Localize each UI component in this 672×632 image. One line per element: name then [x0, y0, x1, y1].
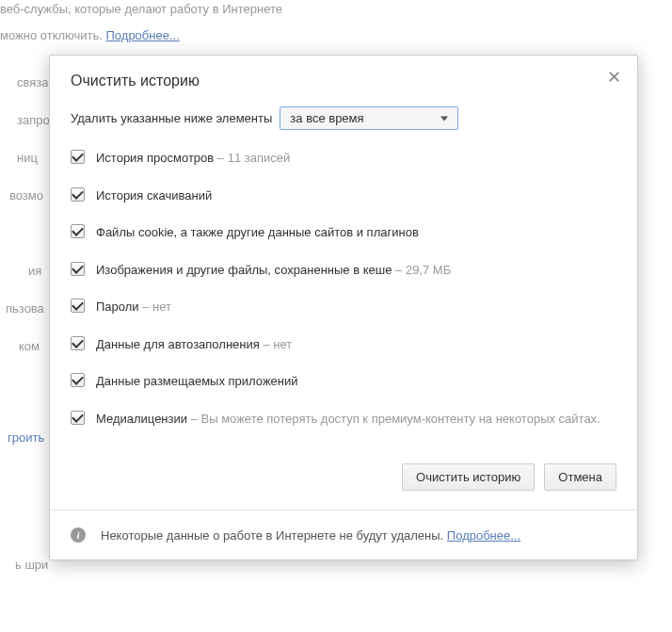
- option-label: История скачиваний: [96, 188, 212, 203]
- footer-text-content: Некоторые данные о работе в Интернете не…: [101, 528, 447, 543]
- checkbox-autofill[interactable]: [71, 336, 85, 350]
- time-range-row: Удалить указанные ниже элементы за все в…: [71, 106, 616, 130]
- checkbox-download-history[interactable]: [71, 187, 85, 202]
- option-browsing-history: История просмотров11 записей: [71, 149, 616, 168]
- option-label: Пароли: [96, 300, 139, 314]
- bg-frag-6: пьзова: [6, 300, 44, 319]
- bg-frag-2: запро: [17, 111, 50, 131]
- cancel-button[interactable]: Отмена: [544, 463, 616, 491]
- option-cached-images: Изображения и другие файлы, сохраненные …: [71, 261, 616, 280]
- bg-frag-3: ниц: [17, 149, 38, 169]
- bg-line-1: веб-службы, которые делают работу в Инте…: [0, 0, 282, 20]
- time-range-label: Удалить указанные ниже элементы: [71, 111, 272, 125]
- checkbox-hosted-apps[interactable]: [71, 373, 85, 387]
- checkbox-media-licenses[interactable]: [71, 411, 85, 425]
- bg-frag-7: ком: [19, 337, 40, 357]
- dialog-header: Очистить историю ✕: [50, 56, 637, 99]
- footer-learn-more-link[interactable]: Подробнее...: [447, 528, 520, 543]
- option-label: Изображения и другие файлы, сохраненные …: [96, 263, 392, 277]
- option-label: Данные размещаемых приложений: [96, 374, 298, 388]
- option-passwords: Паролинет: [71, 298, 616, 316]
- option-cookies: Файлы cookie, а также другие данные сайт…: [71, 223, 616, 242]
- option-detail: Вы можете потерять доступ к премиум-конт…: [187, 412, 600, 426]
- info-icon: i: [71, 527, 86, 543]
- checkbox-browsing-history[interactable]: [71, 150, 85, 164]
- option-media-licenses: МедиалицензииВы можете потерять доступ к…: [71, 410, 616, 429]
- footer-text: Некоторые данные о работе в Интернете не…: [101, 528, 520, 543]
- option-label: Файлы cookie, а также другие данные сайт…: [96, 225, 419, 239]
- close-icon: ✕: [607, 68, 621, 87]
- close-button[interactable]: ✕: [605, 69, 622, 86]
- bg-frag-9: ь шри: [15, 556, 48, 575]
- time-range-select[interactable]: за все время: [280, 106, 458, 130]
- option-label: Данные для автозаполнения: [96, 337, 260, 351]
- bg-frag-4: возмо: [9, 186, 43, 206]
- option-label: История просмотров: [96, 151, 214, 165]
- time-range-value: за все время: [290, 111, 363, 125]
- bg-frag-1: связа: [17, 73, 49, 93]
- bg-learn-more-link[interactable]: Подробнее...: [106, 28, 180, 42]
- option-autofill: Данные для автозаполнениянет: [71, 335, 616, 354]
- checkbox-cookies[interactable]: [71, 224, 85, 238]
- dialog-footer: i Некоторые данные о работе в Интернете …: [50, 510, 637, 559]
- option-detail: 29,7 МБ: [392, 263, 451, 277]
- option-detail: нет: [139, 300, 171, 314]
- dialog-body: Удалить указанные ниже элементы за все в…: [50, 99, 637, 463]
- bg-frag-5: ия: [28, 262, 41, 282]
- bg-frag-8: гроить: [8, 429, 44, 448]
- option-label: Медиалицензии: [96, 412, 187, 426]
- dialog-actions: Очистить историю Отмена: [50, 463, 637, 510]
- clear-button[interactable]: Очистить историю: [402, 463, 535, 491]
- checkbox-cached-images[interactable]: [71, 262, 85, 276]
- bg-line-2-prefix: можно отключить.: [0, 28, 106, 42]
- option-download-history: История скачиваний: [71, 186, 616, 205]
- clear-history-dialog: Очистить историю ✕ Удалить указанные ниж…: [49, 55, 638, 560]
- checkbox-passwords[interactable]: [71, 299, 85, 313]
- dialog-title: Очистить историю: [71, 73, 616, 89]
- option-detail: 11 записей: [214, 151, 290, 165]
- bg-line-2: можно отключить. Подробнее...: [0, 26, 180, 46]
- option-hosted-apps: Данные размещаемых приложений: [71, 372, 616, 391]
- option-detail: нет: [260, 337, 292, 351]
